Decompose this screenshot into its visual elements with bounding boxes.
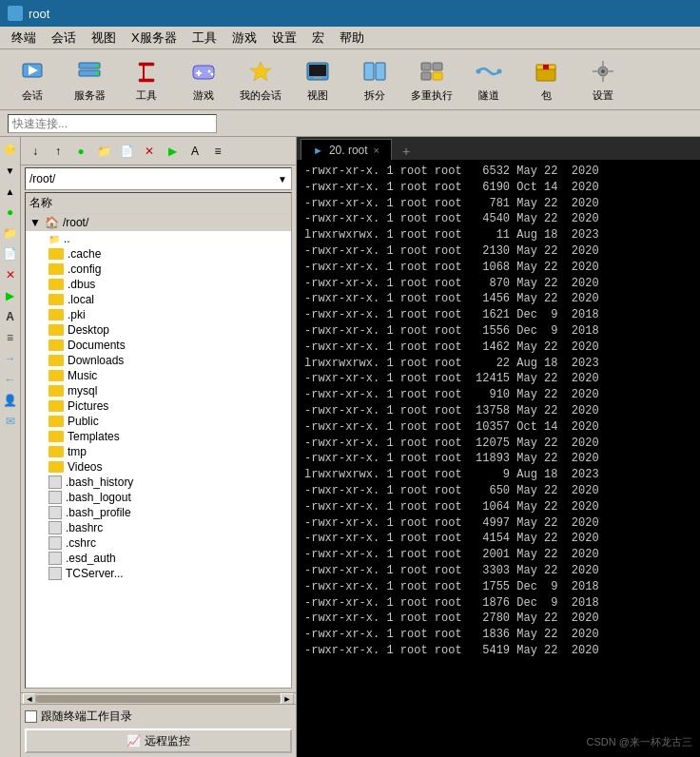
toolbar-server[interactable]: 服务器 — [65, 56, 114, 103]
toolbar-mysession-label: 我的会话 — [240, 88, 282, 103]
tree-item[interactable]: mysql — [26, 383, 291, 398]
sidebar-toolbar: ↓ ↑ ● 📁 📄 ✕ ▶ A ≡ — [21, 137, 296, 165]
sidebar-btn-7[interactable]: ▶ — [162, 141, 183, 162]
tree-item[interactable]: .cache — [26, 246, 291, 262]
toolbar-split[interactable]: 拆分 — [350, 56, 399, 103]
follow-terminal-row: 跟随终端工作目录 — [25, 708, 292, 725]
nav-lines-icon[interactable]: ≡ — [2, 329, 19, 346]
tree-item[interactable]: TCServer... — [26, 566, 291, 581]
tree-item[interactable]: .config — [26, 262, 291, 277]
hscroll-left[interactable]: ◄ — [23, 693, 36, 705]
nav-doc-icon[interactable]: 📄 — [2, 245, 19, 262]
sidebar-btn-9[interactable]: ≡ — [207, 141, 228, 162]
sidebar-btn-2[interactable]: ↑ — [48, 141, 68, 162]
tree-item[interactable]: .cshrc — [26, 535, 291, 551]
toolbar-tunnel[interactable]: 隧道 — [464, 56, 514, 103]
toolbar-server-label: 服务器 — [74, 88, 106, 103]
tree-item[interactable]: .esd_auth — [26, 551, 291, 566]
nav-x-icon[interactable]: ✕ — [2, 266, 19, 283]
sidebar-hscroll: ◄ ► — [21, 692, 296, 704]
tree-item[interactable]: .local — [26, 292, 291, 307]
tree-item[interactable]: Music — [26, 368, 291, 383]
sidebar-btn-6[interactable]: ✕ — [139, 141, 160, 162]
menu-terminal[interactable]: 终端 — [4, 28, 44, 49]
toolbar-tools[interactable]: 工具 — [122, 56, 171, 103]
tree-item[interactable]: tmp — [26, 444, 291, 459]
hscroll-right[interactable]: ► — [281, 693, 294, 705]
tree-item[interactable]: .pki — [26, 307, 291, 322]
tree-item[interactable]: 📁.. — [26, 231, 291, 246]
root-icon: 🏠 — [45, 216, 59, 229]
menu-view[interactable]: 视图 — [84, 28, 124, 49]
sidebar-btn-5[interactable]: 📄 — [116, 141, 137, 162]
menu-tools[interactable]: 工具 — [185, 28, 224, 49]
nav-arrow-up-icon[interactable]: ▲ — [2, 183, 19, 200]
nav-play-icon[interactable]: ▶ — [2, 287, 19, 304]
nav-green-circle-icon[interactable]: ● — [2, 204, 19, 221]
tree-header: 名称 — [26, 193, 291, 214]
nav-arrow-left-icon[interactable]: ← — [2, 371, 19, 388]
terminal-line: -rwxr-xr-x. 1 root root 1462 May 22 2020 — [304, 340, 692, 356]
tree-item[interactable]: Desktop — [26, 322, 291, 338]
svg-rect-23 — [433, 72, 442, 80]
toolbar-view[interactable]: 视图 — [293, 56, 342, 103]
hscroll-track[interactable] — [36, 695, 281, 703]
toolbar-package[interactable]: 包 — [521, 56, 571, 103]
tree-item[interactable]: Videos — [26, 459, 291, 475]
sidebar-btn-8[interactable]: A — [185, 141, 205, 162]
tree-root-item[interactable]: ▼ 🏠 /root/ — [26, 214, 291, 231]
sidebar-btn-4[interactable]: 📁 — [93, 141, 114, 162]
terminal-tab-close[interactable]: × — [374, 145, 379, 156]
toolbar: 会话 服务器 工具 — [0, 49, 700, 110]
tree-item[interactable]: .dbus — [26, 277, 291, 292]
config-icon — [588, 56, 618, 87]
nav-a-icon[interactable]: A — [2, 308, 19, 325]
toolbar-config[interactable]: 设置 — [578, 56, 628, 103]
nav-arrow-down-icon[interactable]: ▼ — [2, 162, 19, 179]
terminal-line: -rwxr-xr-x. 1 root root 6532 May 22 2020 — [304, 164, 692, 180]
tree-item[interactable]: Pictures — [26, 398, 291, 414]
toolbar-multiexec[interactable]: 多重执行 — [407, 56, 457, 103]
svg-point-30 — [601, 69, 605, 73]
sidebar-btn-1[interactable]: ↓ — [25, 141, 46, 162]
path-dropdown-icon[interactable]: ▼ — [278, 174, 287, 184]
tree-item[interactable]: .bash_history — [26, 475, 291, 490]
nav-arrow-right-icon[interactable]: → — [2, 350, 19, 367]
follow-checkbox[interactable] — [25, 710, 37, 723]
sidebar-btn-3[interactable]: ● — [70, 141, 91, 162]
terminal-line: -rwxr-xr-x. 1 root root 12075 May 22 202… — [304, 436, 692, 452]
svg-point-24 — [476, 69, 481, 74]
tree-item[interactable]: Documents — [26, 338, 291, 353]
terminal-tab-active[interactable]: ► 20. root × — [301, 139, 392, 160]
nav-person-icon[interactable]: 👤 — [2, 392, 19, 409]
svg-rect-6 — [139, 63, 154, 66]
toolbar-games[interactable]: 游戏 — [179, 56, 228, 103]
nav-envelope-icon[interactable]: ✉ — [2, 413, 19, 430]
menu-xserver[interactable]: X服务器 — [124, 28, 185, 49]
menu-games[interactable]: 游戏 — [224, 28, 264, 49]
toolbar-mysession[interactable]: 我的会话 — [236, 56, 285, 103]
split-icon — [360, 56, 390, 87]
toolbar-view-label: 视图 — [307, 88, 328, 103]
menu-session[interactable]: 会话 — [44, 28, 84, 49]
menu-bar: 终端 会话 视图 X服务器 工具 游戏 设置 宏 帮助 — [0, 27, 700, 49]
nav-star-icon[interactable]: ⭐ — [2, 141, 19, 158]
tools-icon — [131, 56, 162, 87]
tree-item[interactable]: .bashrc — [26, 520, 291, 535]
toolbar-session[interactable]: 会话 — [8, 56, 57, 103]
tree-item[interactable]: .bash_logout — [26, 490, 291, 505]
tree-item[interactable]: Public — [26, 414, 291, 429]
svg-point-25 — [497, 69, 502, 74]
tree-item[interactable]: .bash_profile — [26, 505, 291, 520]
menu-settings[interactable]: 设置 — [264, 28, 304, 49]
terminal-line: -rwxr-xr-x. 1 root root 5419 May 22 2020 — [304, 643, 692, 659]
tree-item[interactable]: Downloads — [26, 353, 291, 368]
terminal-line: lrwxrwxrwx. 1 root root 9 Aug 18 2023 — [304, 467, 692, 483]
menu-help[interactable]: 帮助 — [332, 28, 372, 49]
menu-macro[interactable]: 宏 — [304, 28, 332, 49]
quick-connect-input[interactable] — [8, 114, 217, 133]
nav-folder-icon[interactable]: 📁 — [2, 224, 19, 242]
tree-item[interactable]: Templates — [26, 429, 291, 444]
terminal-new-tab[interactable]: + — [396, 143, 417, 160]
remote-monitor-button[interactable]: 📈 远程监控 — [25, 728, 292, 753]
